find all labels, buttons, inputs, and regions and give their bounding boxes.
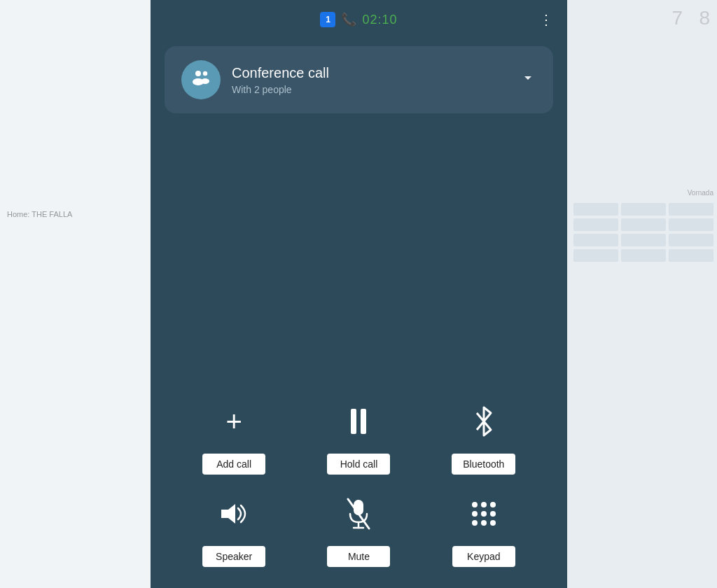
conference-card[interactable]: Conference call With 2 people <box>165 46 553 113</box>
conference-title: Conference call <box>232 65 508 81</box>
phone-screen: 1 📞 02:10 ⋮ Conference call With 2 peopl… <box>151 0 567 588</box>
add-call-icon: + <box>225 407 242 435</box>
bg-table-label: Vornada <box>688 189 713 197</box>
add-call-label: Add call <box>216 458 251 470</box>
action-buttons-grid: + Add call Hold call <box>151 382 567 588</box>
hold-call-icon-wrap <box>333 396 384 447</box>
keypad-icon-wrap <box>459 489 509 539</box>
keypad-label: Keypad <box>467 551 500 562</box>
conference-avatar <box>181 60 221 99</box>
add-call-label-box: Add call <box>202 454 265 475</box>
hold-call-button[interactable]: Hold call <box>303 396 414 475</box>
svg-marker-4 <box>221 504 235 524</box>
bg-table <box>573 203 713 265</box>
mute-label: Mute <box>348 551 370 562</box>
conference-info: Conference call With 2 people <box>232 65 508 95</box>
notification-badge: 1 <box>320 12 335 27</box>
speaker-icon-wrap <box>209 489 259 539</box>
hold-call-icon <box>351 409 366 434</box>
mute-icon <box>346 497 371 531</box>
bg-numbers: 7 8 <box>672 7 710 29</box>
bluetooth-icon-wrap <box>459 396 509 447</box>
call-spacer <box>151 120 567 382</box>
phone-status-icon: 📞 <box>341 12 356 27</box>
speaker-icon <box>218 501 249 526</box>
mute-button[interactable]: Mute <box>303 489 414 567</box>
bluetooth-label-box: Bluetooth <box>452 454 515 475</box>
hold-call-label-box: Hold call <box>327 454 390 475</box>
add-call-button[interactable]: + Add call <box>179 396 289 475</box>
svg-point-3 <box>201 78 209 84</box>
keypad-label-box: Keypad <box>452 546 515 567</box>
bg-home-text: Home: THE FALLA <box>7 210 144 218</box>
bluetooth-icon <box>470 405 498 438</box>
mute-label-box: Mute <box>327 546 390 567</box>
svg-point-0 <box>195 71 201 76</box>
call-timer: 02:10 <box>362 13 397 27</box>
keypad-button[interactable]: Keypad <box>429 489 539 567</box>
conference-subtitle: With 2 people <box>232 84 508 95</box>
group-icon <box>190 66 212 94</box>
speaker-button[interactable]: Speaker <box>179 489 289 567</box>
hold-call-label: Hold call <box>340 458 378 470</box>
bluetooth-label: Bluetooth <box>463 458 504 470</box>
add-call-icon-wrap: + <box>209 396 259 447</box>
keypad-icon <box>472 502 496 526</box>
status-bar-center: 1 📞 02:10 <box>320 12 397 27</box>
bg-left-panel: Home: THE FALLA <box>0 0 151 588</box>
speaker-label-box: Speaker <box>202 546 265 567</box>
expand-chevron-button[interactable] <box>520 69 536 90</box>
bluetooth-button[interactable]: Bluetooth <box>429 396 539 475</box>
mute-icon-wrap <box>333 489 384 539</box>
status-bar: 1 📞 02:10 ⋮ <box>151 0 567 39</box>
overflow-menu-button[interactable]: ⋮ <box>539 11 553 28</box>
svg-point-1 <box>203 71 207 75</box>
speaker-label: Speaker <box>216 551 252 562</box>
